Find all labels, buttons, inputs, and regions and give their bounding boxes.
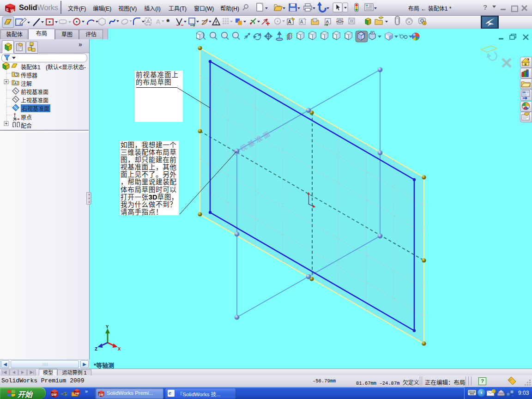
svg-text:A: A (300, 19, 303, 24)
svg-text:SW: SW (51, 393, 57, 396)
svg-text:W: W (11, 8, 14, 13)
svg-text:A: A (288, 19, 291, 24)
svg-text:A: A (14, 81, 17, 85)
svg-text:SW: SW (75, 392, 79, 395)
svg-text:A: A (326, 19, 329, 24)
svg-text:S: S (6, 8, 9, 12)
svg-text:»: » (85, 388, 88, 394)
svg-text:-e: -e (61, 389, 67, 397)
svg-text:A: A (156, 18, 161, 25)
svg-text:*: * (166, 17, 170, 27)
svg-text:SW: SW (98, 393, 103, 396)
svg-text:?: ? (493, 390, 495, 393)
